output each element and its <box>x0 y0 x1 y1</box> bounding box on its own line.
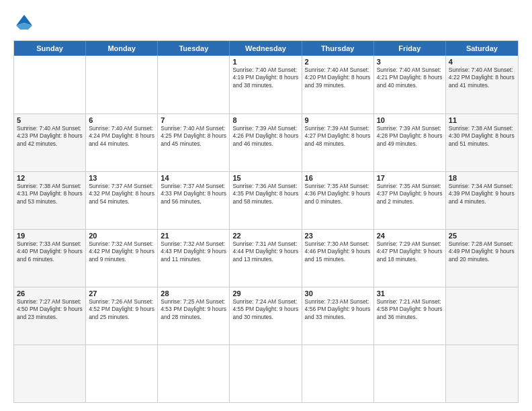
day-number: 30 <box>305 289 371 298</box>
calendar-cell: 5Sunrise: 7:40 AM Sunset: 4:23 PM Daylig… <box>14 114 86 171</box>
calendar-cell: 29Sunrise: 7:24 AM Sunset: 4:55 PM Dayli… <box>230 287 302 345</box>
calendar-cell: 24Sunrise: 7:29 AM Sunset: 4:47 PM Dayli… <box>374 230 446 287</box>
calendar-cell <box>158 345 230 402</box>
calendar-cell: 1Sunrise: 7:40 AM Sunset: 4:19 PM Daylig… <box>230 56 302 113</box>
calendar-cell: 7Sunrise: 7:40 AM Sunset: 4:25 PM Daylig… <box>158 114 230 171</box>
calendar-cell: 23Sunrise: 7:30 AM Sunset: 4:46 PM Dayli… <box>302 230 374 287</box>
calendar-cell: 10Sunrise: 7:39 AM Sunset: 4:28 PM Dayli… <box>374 114 446 171</box>
cell-info: Sunrise: 7:37 AM Sunset: 4:32 PM Dayligh… <box>89 183 154 205</box>
cell-info: Sunrise: 7:33 AM Sunset: 4:40 PM Dayligh… <box>17 240 83 263</box>
calendar-cell <box>446 287 518 345</box>
header-day-saturday: Saturday <box>446 41 518 56</box>
cell-info: Sunrise: 7:35 AM Sunset: 4:37 PM Dayligh… <box>377 183 443 205</box>
calendar: SundayMondayTuesdayWednesdayThursdayFrid… <box>13 40 519 403</box>
cell-info: Sunrise: 7:26 AM Sunset: 4:52 PM Dayligh… <box>89 298 154 321</box>
cell-info: Sunrise: 7:37 AM Sunset: 4:33 PM Dayligh… <box>161 183 226 205</box>
cell-info: Sunrise: 7:38 AM Sunset: 4:31 PM Dayligh… <box>17 183 83 205</box>
cell-info: Sunrise: 7:38 AM Sunset: 4:30 PM Dayligh… <box>449 125 515 148</box>
calendar-cell: 20Sunrise: 7:32 AM Sunset: 4:42 PM Dayli… <box>86 230 158 287</box>
calendar-cell: 2Sunrise: 7:40 AM Sunset: 4:20 PM Daylig… <box>302 56 374 113</box>
calendar-row-3: 19Sunrise: 7:33 AM Sunset: 4:40 PM Dayli… <box>14 229 518 287</box>
cell-info: Sunrise: 7:39 AM Sunset: 4:26 PM Dayligh… <box>232 125 298 148</box>
day-number: 15 <box>232 174 298 182</box>
cell-info: Sunrise: 7:29 AM Sunset: 4:47 PM Dayligh… <box>377 240 443 263</box>
day-number: 13 <box>89 174 154 182</box>
day-number: 16 <box>305 174 371 182</box>
day-number: 17 <box>377 174 443 182</box>
calendar-row-5 <box>14 345 518 402</box>
cell-info: Sunrise: 7:24 AM Sunset: 4:55 PM Dayligh… <box>232 298 298 321</box>
header <box>13 12 519 34</box>
calendar-cell: 25Sunrise: 7:28 AM Sunset: 4:49 PM Dayli… <box>446 230 518 287</box>
calendar-cell: 22Sunrise: 7:31 AM Sunset: 4:44 PM Dayli… <box>230 230 302 287</box>
cell-info: Sunrise: 7:36 AM Sunset: 4:35 PM Dayligh… <box>232 183 298 205</box>
cell-info: Sunrise: 7:39 AM Sunset: 4:27 PM Dayligh… <box>305 125 371 148</box>
calendar-cell: 31Sunrise: 7:21 AM Sunset: 4:58 PM Dayli… <box>374 287 446 345</box>
day-number: 18 <box>449 174 515 182</box>
header-day-tuesday: Tuesday <box>158 41 230 56</box>
header-day-sunday: Sunday <box>14 41 86 56</box>
calendar-cell <box>14 345 86 402</box>
day-number: 10 <box>377 116 443 124</box>
day-number: 9 <box>305 116 371 124</box>
calendar-cell: 11Sunrise: 7:38 AM Sunset: 4:30 PM Dayli… <box>446 114 518 171</box>
day-number: 1 <box>232 58 298 66</box>
calendar-cell: 6Sunrise: 7:40 AM Sunset: 4:24 PM Daylig… <box>86 114 158 171</box>
calendar-cell: 9Sunrise: 7:39 AM Sunset: 4:27 PM Daylig… <box>302 114 374 171</box>
day-number: 22 <box>232 232 298 240</box>
day-number: 6 <box>89 116 154 124</box>
day-number: 19 <box>17 232 83 240</box>
calendar-cell <box>302 345 374 402</box>
cell-info: Sunrise: 7:40 AM Sunset: 4:21 PM Dayligh… <box>377 66 443 89</box>
calendar-cell <box>374 345 446 402</box>
calendar-cell: 21Sunrise: 7:32 AM Sunset: 4:43 PM Dayli… <box>158 230 230 287</box>
day-number: 23 <box>305 232 371 240</box>
day-number: 5 <box>17 116 83 124</box>
day-number: 8 <box>232 116 298 124</box>
cell-info: Sunrise: 7:25 AM Sunset: 4:53 PM Dayligh… <box>161 298 226 321</box>
calendar-cell: 28Sunrise: 7:25 AM Sunset: 4:53 PM Dayli… <box>158 287 230 345</box>
calendar-row-0: 1Sunrise: 7:40 AM Sunset: 4:19 PM Daylig… <box>14 56 518 113</box>
cell-info: Sunrise: 7:27 AM Sunset: 4:50 PM Dayligh… <box>17 298 83 321</box>
calendar-cell: 3Sunrise: 7:40 AM Sunset: 4:21 PM Daylig… <box>374 56 446 113</box>
day-number: 7 <box>161 116 226 124</box>
cell-info: Sunrise: 7:40 AM Sunset: 4:22 PM Dayligh… <box>449 66 515 89</box>
logo <box>13 12 39 34</box>
calendar-cell <box>158 56 230 113</box>
day-number: 14 <box>161 174 226 182</box>
day-number: 2 <box>305 58 371 66</box>
header-day-monday: Monday <box>86 41 158 56</box>
calendar-body: 1Sunrise: 7:40 AM Sunset: 4:19 PM Daylig… <box>14 56 518 402</box>
day-number: 12 <box>17 174 83 182</box>
calendar-cell: 14Sunrise: 7:37 AM Sunset: 4:33 PM Dayli… <box>158 172 230 229</box>
page: SundayMondayTuesdayWednesdayThursdayFrid… <box>0 0 532 411</box>
cell-info: Sunrise: 7:32 AM Sunset: 4:43 PM Dayligh… <box>161 240 226 263</box>
calendar-row-4: 26Sunrise: 7:27 AM Sunset: 4:50 PM Dayli… <box>14 287 518 345</box>
cell-info: Sunrise: 7:40 AM Sunset: 4:25 PM Dayligh… <box>161 125 226 148</box>
calendar-cell: 26Sunrise: 7:27 AM Sunset: 4:50 PM Dayli… <box>14 287 86 345</box>
calendar-cell <box>86 56 158 113</box>
calendar-cell: 30Sunrise: 7:23 AM Sunset: 4:56 PM Dayli… <box>302 287 374 345</box>
header-day-wednesday: Wednesday <box>230 41 302 56</box>
calendar-cell: 4Sunrise: 7:40 AM Sunset: 4:22 PM Daylig… <box>446 56 518 113</box>
day-number: 20 <box>89 232 154 240</box>
cell-info: Sunrise: 7:40 AM Sunset: 4:19 PM Dayligh… <box>232 66 298 89</box>
calendar-cell: 19Sunrise: 7:33 AM Sunset: 4:40 PM Dayli… <box>14 230 86 287</box>
day-number: 4 <box>449 58 515 66</box>
calendar-cell: 15Sunrise: 7:36 AM Sunset: 4:35 PM Dayli… <box>230 172 302 229</box>
day-number: 31 <box>377 289 443 298</box>
calendar-cell: 13Sunrise: 7:37 AM Sunset: 4:32 PM Dayli… <box>86 172 158 229</box>
calendar-cell: 8Sunrise: 7:39 AM Sunset: 4:26 PM Daylig… <box>230 114 302 171</box>
cell-info: Sunrise: 7:23 AM Sunset: 4:56 PM Dayligh… <box>305 298 371 321</box>
day-number: 25 <box>449 232 515 240</box>
logo-icon <box>13 12 35 34</box>
calendar-cell: 17Sunrise: 7:35 AM Sunset: 4:37 PM Dayli… <box>374 172 446 229</box>
calendar-cell <box>14 56 86 113</box>
calendar-cell <box>86 345 158 402</box>
day-number: 21 <box>161 232 226 240</box>
day-number: 28 <box>161 289 226 298</box>
calendar-cell: 16Sunrise: 7:35 AM Sunset: 4:36 PM Dayli… <box>302 172 374 229</box>
calendar-cell <box>230 345 302 402</box>
cell-info: Sunrise: 7:39 AM Sunset: 4:28 PM Dayligh… <box>377 125 443 148</box>
calendar-row-2: 12Sunrise: 7:38 AM Sunset: 4:31 PM Dayli… <box>14 171 518 229</box>
